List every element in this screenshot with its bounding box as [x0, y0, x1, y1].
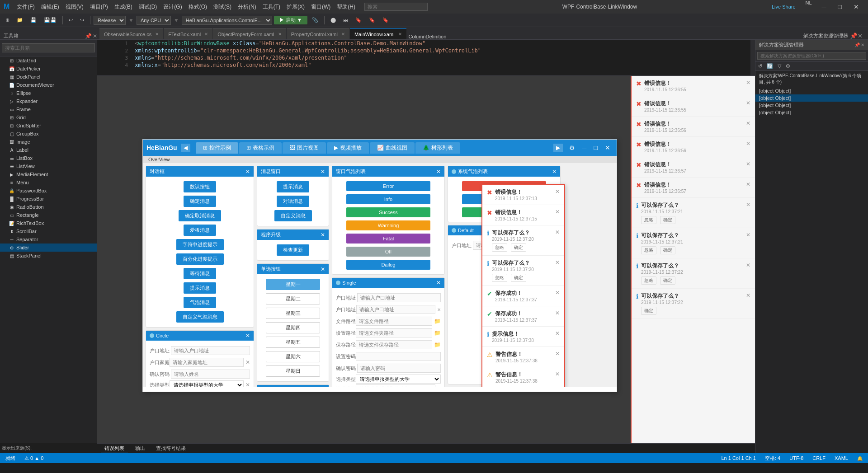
attach-btn[interactable]: 📎	[309, 16, 321, 24]
demo-settings-btn[interactable]: ⚙	[566, 143, 578, 152]
dialog-btn-char-progress[interactable]: 字符申进度提示	[176, 239, 224, 250]
column-def-tab[interactable]: ColumnDefinition	[409, 34, 447, 39]
startup-project-dropdown[interactable]: HeBianGu.Applications.ControlE...	[182, 16, 272, 25]
notif-ignore-7[interactable]: 忽略	[641, 246, 656, 254]
right-panel-close-btn[interactable]: ✕	[858, 33, 863, 39]
sidebar-item-scrollbar[interactable]: ⬍ScrollBar	[0, 227, 97, 235]
circle-address-input[interactable]	[171, 346, 250, 355]
sidebar-item-listview[interactable]: ☰ListView	[0, 162, 97, 170]
single-setpath-browse-icon[interactable]: 📁	[434, 330, 441, 336]
status-errors[interactable]: ⚠ 0 ▲ 0	[23, 455, 45, 461]
live-share-btn[interactable]: Live Share	[772, 4, 796, 9]
build-config-dropdown[interactable]: Release	[94, 16, 126, 25]
float-notif-close-2[interactable]: ✕	[555, 229, 560, 235]
tab-close-1[interactable]: ✕	[204, 32, 208, 37]
demo-tab-table[interactable]: ⊞ 表格示例	[239, 142, 282, 154]
sidebar-item-grid[interactable]: ⊞Grid	[0, 113, 97, 122]
notif-close-0[interactable]: ✕	[746, 80, 750, 86]
float-notif-close-7[interactable]: ✕	[555, 351, 560, 357]
notif-ok-8[interactable]: 确定	[660, 276, 675, 285]
demo-minimize-btn[interactable]: ─	[580, 143, 590, 152]
toolbox-search-input[interactable]	[2, 43, 95, 52]
minimize-button[interactable]: ─	[816, 0, 832, 14]
sidebar-item-rectangle[interactable]: ▭Rectangle	[0, 211, 97, 219]
bubble-dialog-btn[interactable]: Dailog	[346, 260, 430, 270]
single-close-btn[interactable]: ✕	[436, 280, 441, 286]
demo-tab-chart[interactable]: 📈 曲线视图	[370, 142, 415, 154]
single-type2-select[interactable]: 请选择申报类型的大学	[356, 384, 435, 387]
demo-tab-tree[interactable]: 🌲 树形列表	[415, 142, 460, 154]
nav-prev-btn[interactable]: ◀	[181, 144, 190, 152]
tab-mainwindow[interactable]: MainWindow.xaml ✕	[350, 28, 406, 39]
bubble-success-btn[interactable]: Success	[346, 207, 430, 217]
solution-sync-btn[interactable]: ↺	[756, 63, 764, 70]
menu-view[interactable]: 视图(V)	[63, 2, 86, 12]
radiobtn-close-btn[interactable]: ✕	[321, 266, 325, 272]
circle-close-btn[interactable]: ✕	[245, 333, 250, 339]
float-notif-ok-2[interactable]: 确定	[511, 244, 526, 252]
menu-design[interactable]: 设计(G)	[160, 2, 184, 12]
nav-next-btn[interactable]: ▶	[553, 144, 563, 152]
radio-wed-btn[interactable]: 星期三	[266, 308, 321, 319]
dialog-close-btn[interactable]: ✕	[245, 169, 250, 175]
maximize-button[interactable]: □	[833, 0, 847, 14]
notif-close-5[interactable]: ✕	[746, 181, 750, 187]
status-lang[interactable]: XAML	[833, 455, 850, 461]
dialog-btn-bubble[interactable]: 气泡消息	[184, 297, 216, 308]
menu-project[interactable]: 项目(P)	[87, 2, 111, 12]
sidebar-item-ellipse[interactable]: ○Ellipse	[0, 89, 97, 97]
save-btn[interactable]: 💾	[28, 16, 39, 24]
msg-dialog-btn[interactable]: 对话消息	[277, 196, 309, 207]
menu-extensions[interactable]: 扩展(X)	[284, 2, 307, 12]
dialog-btn-tip[interactable]: 提示消息	[184, 282, 216, 294]
solution-filter-btn[interactable]: ▽	[776, 63, 783, 70]
toolbox-close-btn[interactable]: ✕	[93, 33, 97, 39]
sidebar-item-dockpanel[interactable]: ▦DockPanel	[0, 73, 97, 81]
status-spaces[interactable]: 空格: 4	[763, 455, 782, 462]
right-panel-pin-btn[interactable]: 📌	[850, 33, 858, 39]
radio-thu-btn[interactable]: 星期四	[266, 322, 321, 333]
float-notif-close-6[interactable]: ✕	[555, 330, 560, 337]
menu-file[interactable]: 文件(F)	[14, 2, 37, 12]
float-notif-ok-3[interactable]: 确定	[511, 274, 526, 282]
bubble-error-btn[interactable]: Error	[346, 181, 430, 191]
notif-close-7[interactable]: ✕	[746, 232, 750, 238]
sidebar-item-expander[interactable]: ▷Expander	[0, 97, 97, 105]
single-savepath-browse-icon[interactable]: 📁	[434, 342, 441, 348]
float-notif-close-1[interactable]: ✕	[555, 209, 560, 215]
menu-help[interactable]: 帮助(H)	[334, 2, 358, 12]
float-notif-close-5[interactable]: ✕	[555, 310, 560, 316]
single-file-browse-icon[interactable]: 📁	[434, 318, 441, 324]
menu-edit[interactable]: 编辑(E)	[38, 2, 62, 12]
search-box[interactable]	[364, 3, 428, 11]
status-ready[interactable]: 就绪	[4, 455, 17, 462]
radio-sat-btn[interactable]: 星期六	[266, 351, 321, 362]
float-notif-close-8[interactable]: ✕	[555, 371, 560, 377]
sidebar-item-mediaelement[interactable]: ▶MediaElement	[0, 170, 97, 178]
demo-close-btn[interactable]: ✕	[602, 143, 613, 152]
single-confirmpwd-input[interactable]	[357, 364, 441, 373]
single-addr2-input[interactable]	[356, 305, 435, 314]
menu-analyze[interactable]: 分析(N)	[235, 2, 259, 12]
radio-sun-btn[interactable]: 星期日	[266, 365, 321, 377]
sidebar-item-richtextbox[interactable]: 📝RichTextBox	[0, 219, 97, 227]
circle-type-select[interactable]: 请选择申报类型的大学	[170, 380, 244, 387]
open-btn[interactable]: 📁	[14, 16, 26, 24]
solution-search-input[interactable]	[757, 52, 866, 60]
appupgrade-close-btn[interactable]: ✕	[321, 232, 325, 238]
radio-fri-btn[interactable]: 星期五	[266, 337, 321, 348]
undo-btn[interactable]: ↩	[66, 16, 75, 24]
menu-window[interactable]: 窗口(W)	[308, 2, 333, 12]
output-tab-findsymbols[interactable]: 查找符号结果	[152, 444, 189, 453]
window-controls[interactable]: NL ─ □ ✕	[802, 0, 864, 14]
radio-tue-btn[interactable]: 星期二	[266, 293, 321, 304]
float-notif-close-0[interactable]: ✕	[555, 188, 560, 195]
solution-item-demo[interactable]: [object Object]	[755, 87, 868, 94]
circle-type-clear-btn[interactable]: ✕	[245, 382, 250, 387]
output-tab-errors[interactable]: 错误列表	[101, 444, 128, 453]
dialog-btn-pct-progress[interactable]: 百分化进度提示	[176, 253, 224, 265]
loadplugin-close-btn[interactable]: ✕	[321, 387, 325, 388]
status-encoding[interactable]: UTF-8	[788, 455, 805, 461]
save-all-btn[interactable]: 💾💾	[41, 16, 59, 24]
circle-pwd-input[interactable]	[171, 370, 250, 379]
